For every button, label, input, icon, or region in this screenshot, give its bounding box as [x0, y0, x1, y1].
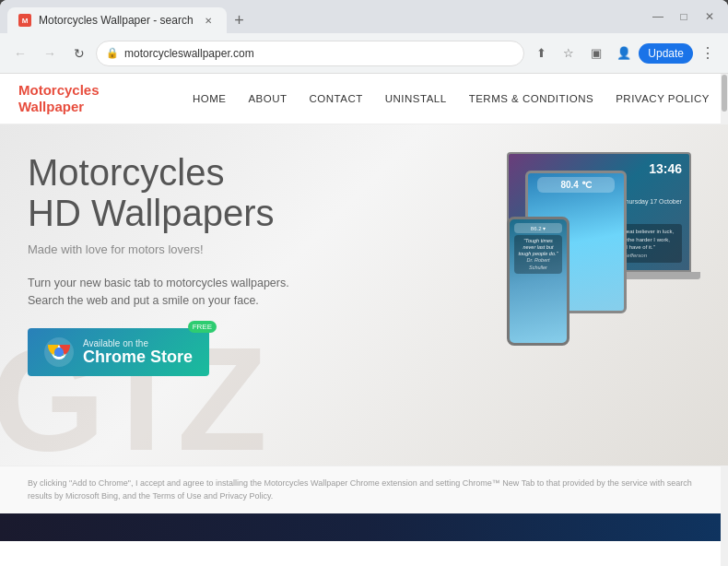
lock-icon: 🔒	[106, 47, 119, 59]
address-text: motorcycleswallpaper.com	[124, 47, 514, 60]
window-controls: — □ ✕	[647, 6, 721, 28]
hero-subtitle: Made with love for motors lovers!	[28, 242, 323, 256]
nav-uninstall[interactable]: UNINSTALL	[385, 93, 447, 104]
devices-area: 13:46 Thursday 17 October "I am a great …	[415, 143, 710, 419]
maximize-button[interactable]: □	[673, 6, 695, 28]
close-button[interactable]: ✕	[699, 6, 721, 28]
phone-quote-widget: "Tough times never last but tough people…	[514, 235, 563, 274]
minimize-button[interactable]: —	[647, 6, 669, 28]
site-logo: Motorcycles Wallpaper	[18, 82, 100, 115]
browser-content: Motorcycles Wallpaper HOME ABOUT CONTACT…	[0, 74, 728, 566]
hero-title: Motorcycles HD Wallpapers	[28, 152, 323, 233]
forward-button[interactable]: →	[37, 41, 63, 66]
bookmark-button[interactable]: ☆	[556, 41, 581, 66]
nav-privacy[interactable]: PRIVACY POLICY	[616, 93, 710, 104]
extensions-button[interactable]: ▣	[583, 41, 609, 66]
laptop-time: 13:46	[649, 161, 682, 176]
site-navigation: Motorcycles Wallpaper HOME ABOUT CONTACT…	[0, 74, 728, 124]
scrollbar-thumb[interactable]	[722, 75, 727, 112]
update-button[interactable]: Update	[639, 43, 693, 64]
menu-button[interactable]: ⋮	[695, 41, 721, 66]
phone-temp-widget: 86.2 ▾	[514, 223, 563, 233]
hero-description: Turn your new basic tab to motorcycles w…	[28, 275, 323, 310]
tab-title: Motorcycles Wallpaper - search	[39, 14, 194, 27]
hero-content: Motorcycles HD Wallpapers Made with love…	[28, 152, 323, 376]
phone-quote-author: Dr. Robert Schuller	[526, 257, 549, 269]
nav-actions: ⬆ ☆ ▣ 👤 Update ⋮	[528, 41, 721, 66]
tab-bar: M Motorcycles Wallpaper - search ✕ +	[7, 0, 643, 33]
bottom-strip	[0, 513, 728, 541]
phone-screen: 86.2 ▾ "Tough times never last but tough…	[507, 217, 569, 346]
new-tab-button[interactable]: +	[227, 7, 252, 33]
footer-disclaimer: By clicking "Add to Chrome", I accept an…	[0, 466, 728, 513]
browser-window: M Motorcycles Wallpaper - search ✕ + — □…	[0, 0, 728, 566]
chrome-icon	[44, 337, 74, 367]
share-button[interactable]: ⬆	[528, 41, 554, 66]
chrome-btn-small: Available on the	[83, 338, 193, 348]
site-nav-links: HOME ABOUT CONTACT UNINSTALL TERMS & CON…	[193, 93, 710, 104]
phone-mockup: 86.2 ▾ "Tough times never last but tough…	[507, 217, 576, 360]
title-bar: M Motorcycles Wallpaper - search ✕ + — □…	[0, 0, 728, 33]
active-tab[interactable]: M Motorcycles Wallpaper - search ✕	[7, 7, 227, 33]
nav-terms[interactable]: TERMS & CONDITIONS	[469, 93, 594, 104]
webpage: Motorcycles Wallpaper HOME ABOUT CONTACT…	[0, 74, 728, 566]
hero-section: GTZ 13:46 Thursday 17 October "I am a gr…	[0, 124, 728, 466]
nav-home[interactable]: HOME	[193, 93, 227, 104]
chrome-btn-large: Chrome Store	[83, 348, 193, 365]
svg-point-3	[54, 348, 64, 357]
nav-contact[interactable]: CONTACT	[310, 93, 363, 104]
chrome-btn-text: Available on the Chrome Store	[83, 338, 193, 365]
chrome-store-button[interactable]: FREE Available on the	[28, 328, 209, 376]
back-button[interactable]: ←	[7, 41, 33, 66]
reload-button[interactable]: ↻	[66, 41, 92, 66]
profile-button[interactable]: 👤	[611, 41, 637, 66]
tab-close-button[interactable]: ✕	[201, 13, 216, 28]
address-bar[interactable]: 🔒 motorcycleswallpaper.com	[96, 41, 524, 66]
navigation-bar: ← → ↻ 🔒 motorcycleswallpaper.com ⬆ ☆ ▣ 👤…	[0, 33, 728, 74]
nav-about[interactable]: ABOUT	[248, 93, 287, 104]
tab-favicon: M	[18, 14, 31, 27]
free-badge: FREE	[188, 321, 217, 333]
tablet-widget: 80.4 ℃	[537, 177, 614, 193]
tablet-temp: 80.4 ℃	[543, 180, 608, 190]
